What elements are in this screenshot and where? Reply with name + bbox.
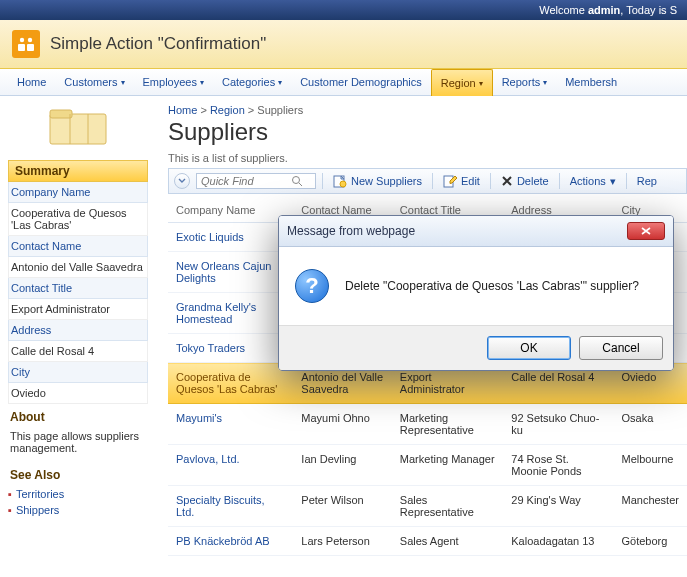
edit-button[interactable]: Edit bbox=[439, 172, 484, 190]
dialog-title-text: Message from webpage bbox=[287, 224, 415, 238]
ok-button[interactable]: OK bbox=[487, 336, 571, 360]
chevron-down-icon: ▾ bbox=[610, 175, 616, 188]
table-row[interactable]: PB Knäckebröd ABLars PetersonSales Agent… bbox=[168, 527, 687, 556]
company-cell[interactable]: Mayumi's bbox=[168, 404, 293, 445]
folder-icon bbox=[46, 106, 110, 150]
nav-item-region[interactable]: Region▾ bbox=[431, 69, 493, 96]
table-row[interactable]: Mayumi'sMayumi OhnoMarketing Representat… bbox=[168, 404, 687, 445]
question-icon: ? bbox=[295, 269, 329, 303]
table-row[interactable]: Pavlova, Ltd.Ian DevlingMarketing Manage… bbox=[168, 445, 687, 486]
nav-item-home[interactable]: Home bbox=[8, 69, 55, 95]
breadcrumb-home[interactable]: Home bbox=[168, 104, 197, 116]
chevron-down-icon: ▾ bbox=[479, 79, 483, 88]
column-header[interactable]: Company Name bbox=[168, 198, 293, 223]
summary-label[interactable]: City bbox=[8, 362, 148, 383]
main-nav: HomeCustomers▾Employees▾Categories▾Custo… bbox=[0, 69, 687, 96]
summary-value: Calle del Rosal 4 bbox=[8, 341, 148, 362]
nav-item-customer-demographics[interactable]: Customer Demographics bbox=[291, 69, 431, 95]
company-cell[interactable]: Cooperativa de Quesos 'Las Cabras' bbox=[168, 363, 293, 404]
actions-button[interactable]: Actions ▾ bbox=[566, 173, 620, 190]
svg-rect-2 bbox=[18, 44, 25, 51]
data-cell: Sales Representative bbox=[392, 486, 503, 527]
dialog-message: Delete "Cooperativa de Quesos 'Las Cabra… bbox=[345, 279, 639, 293]
new-button[interactable]: New Suppliers bbox=[329, 172, 426, 190]
breadcrumb: Home > Region > Suppliers bbox=[168, 104, 687, 116]
company-cell[interactable]: Pavlova, Ltd. bbox=[168, 445, 293, 486]
about-heading: About bbox=[8, 404, 148, 426]
close-icon bbox=[641, 227, 651, 235]
data-cell: Lars Peterson bbox=[293, 527, 392, 556]
breadcrumb-region[interactable]: Region bbox=[210, 104, 245, 116]
nav-item-membersh[interactable]: Membersh bbox=[556, 69, 626, 95]
company-cell[interactable]: PB Knäckebröd AB bbox=[168, 527, 293, 556]
search-input[interactable] bbox=[201, 175, 291, 187]
nav-item-customers[interactable]: Customers▾ bbox=[55, 69, 133, 95]
cancel-button[interactable]: Cancel bbox=[579, 336, 663, 360]
seealso-link[interactable]: ▪Territories bbox=[8, 486, 148, 502]
data-cell: Peter Wilson bbox=[293, 486, 392, 527]
refresh-button[interactable] bbox=[174, 173, 190, 189]
data-cell: Sales Agent bbox=[392, 527, 503, 556]
toolbar: New Suppliers Edit Delete Actions ▾ Rep bbox=[168, 168, 687, 194]
chevron-down-icon: ▾ bbox=[121, 78, 125, 87]
confirm-dialog: Message from webpage ? Delete "Cooperati… bbox=[278, 215, 674, 371]
close-button[interactable] bbox=[627, 222, 665, 240]
summary-value: Cooperativa de Quesos 'Las Cabras' bbox=[8, 203, 148, 236]
search-icon bbox=[291, 175, 303, 187]
delete-icon bbox=[501, 175, 513, 187]
summary-label[interactable]: Contact Name bbox=[8, 236, 148, 257]
data-cell: Göteborg bbox=[613, 527, 687, 556]
summary-label[interactable]: Contact Title bbox=[8, 278, 148, 299]
data-cell: Ian Devling bbox=[293, 445, 392, 486]
summary-value: Oviedo bbox=[8, 383, 148, 404]
data-cell: Marketing Representative bbox=[392, 404, 503, 445]
seealso-link[interactable]: ▪Shippers bbox=[8, 502, 148, 518]
chevron-down-icon bbox=[178, 177, 186, 185]
chevron-down-icon: ▾ bbox=[543, 78, 547, 87]
svg-point-1 bbox=[28, 38, 32, 42]
summary-label[interactable]: Company Name bbox=[8, 182, 148, 203]
svg-point-0 bbox=[20, 38, 24, 42]
company-cell[interactable]: Tokyo Traders bbox=[168, 334, 293, 363]
report-button[interactable]: Rep bbox=[633, 173, 661, 189]
company-cell[interactable]: Specialty Biscuits, Ltd. bbox=[168, 486, 293, 527]
chevron-down-icon: ▾ bbox=[278, 78, 282, 87]
svg-point-8 bbox=[293, 177, 300, 184]
nav-item-categories[interactable]: Categories▾ bbox=[213, 69, 291, 95]
summary-value: Antonio del Valle Saavedra bbox=[8, 257, 148, 278]
seealso-heading: See Also bbox=[8, 462, 148, 484]
about-text: This page allows suppliers management. bbox=[8, 426, 148, 462]
summary-label[interactable]: Address bbox=[8, 320, 148, 341]
table-row[interactable]: Specialty Biscuits, Ltd.Peter WilsonSale… bbox=[168, 486, 687, 527]
data-cell: Kaloadagatan 13 bbox=[503, 527, 613, 556]
company-cell[interactable]: New Orleans Cajun Delights bbox=[168, 252, 293, 293]
breadcrumb-current: Suppliers bbox=[257, 104, 303, 116]
app-icon bbox=[12, 30, 40, 58]
nav-item-employees[interactable]: Employees▾ bbox=[134, 69, 213, 95]
data-cell: Manchester bbox=[613, 486, 687, 527]
dialog-titlebar: Message from webpage bbox=[279, 216, 673, 247]
data-cell: Mayumi Ohno bbox=[293, 404, 392, 445]
data-cell: 92 Setsuko Chuo-ku bbox=[503, 404, 613, 445]
data-cell: Melbourne bbox=[613, 445, 687, 486]
delete-button[interactable]: Delete bbox=[497, 173, 553, 189]
top-bar: Welcome admin, Today is S bbox=[0, 0, 687, 20]
summary-heading: Summary bbox=[8, 160, 148, 182]
app-title: Simple Action "Confirmation" bbox=[50, 34, 266, 54]
data-cell: Marketing Manager bbox=[392, 445, 503, 486]
new-icon bbox=[333, 174, 347, 188]
chevron-down-icon: ▾ bbox=[200, 78, 204, 87]
svg-rect-3 bbox=[27, 44, 34, 51]
company-cell[interactable]: Exotic Liquids bbox=[168, 223, 293, 252]
nav-item-reports[interactable]: Reports▾ bbox=[493, 69, 557, 95]
svg-line-9 bbox=[299, 183, 302, 186]
data-cell: 74 Rose St. Moonie Ponds bbox=[503, 445, 613, 486]
sidebar: Summary Company NameCooperativa de Queso… bbox=[0, 96, 156, 556]
data-cell: 29 King's Way bbox=[503, 486, 613, 527]
svg-rect-5 bbox=[50, 110, 72, 118]
page-subtitle: This is a list of suppliers. bbox=[168, 152, 687, 164]
svg-point-11 bbox=[340, 181, 346, 187]
company-cell[interactable]: Grandma Kelly's Homestead bbox=[168, 293, 293, 334]
page-title: Suppliers bbox=[168, 118, 687, 146]
search-box[interactable] bbox=[196, 173, 316, 189]
